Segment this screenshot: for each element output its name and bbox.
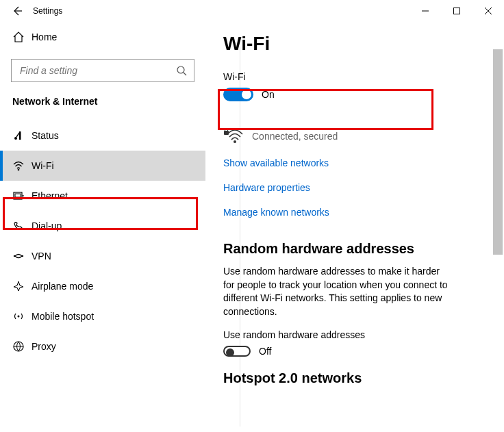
network-status: Connected, secured bbox=[252, 131, 338, 142]
svg-rect-6 bbox=[15, 194, 21, 197]
search-icon bbox=[176, 65, 187, 76]
sidebar-item-label: Wi-Fi bbox=[32, 160, 54, 171]
svg-point-8 bbox=[22, 255, 23, 257]
home-icon bbox=[12, 31, 32, 43]
sidebar-item-label: VPN bbox=[32, 251, 51, 262]
ethernet-icon bbox=[12, 190, 32, 202]
svg-point-11 bbox=[234, 140, 236, 143]
back-button[interactable] bbox=[7, 5, 27, 16]
random-hw-toggle-state: Off bbox=[259, 346, 271, 357]
svg-point-2 bbox=[14, 137, 17, 140]
home-button[interactable]: Home bbox=[0, 22, 205, 52]
wifi-secured-icon bbox=[223, 127, 244, 145]
sidebar-section-title: Network & Internet bbox=[0, 93, 205, 114]
vpn-icon bbox=[12, 250, 32, 262]
search-input[interactable] bbox=[18, 64, 176, 77]
link-manage-known-networks[interactable]: Manage known networks bbox=[223, 207, 329, 218]
sidebar-item-label: Status bbox=[32, 130, 59, 141]
sidebar-item-wifi[interactable]: Wi-Fi bbox=[0, 151, 205, 181]
scrollbar-thumb[interactable] bbox=[493, 49, 503, 255]
close-button[interactable] bbox=[473, 0, 504, 22]
search-box[interactable] bbox=[11, 59, 194, 82]
hotspot-heading: Hotspot 2.0 networks bbox=[223, 370, 490, 386]
sidebar-item-proxy[interactable]: Proxy bbox=[0, 331, 205, 361]
page-title: Wi-Fi bbox=[223, 33, 490, 55]
sidebar-item-label: Airplane mode bbox=[32, 281, 93, 292]
hotspot-icon bbox=[12, 310, 32, 322]
wifi-toggle[interactable] bbox=[223, 88, 253, 101]
svg-point-1 bbox=[177, 66, 184, 73]
sidebar-item-airplane[interactable]: Airplane mode bbox=[0, 271, 205, 301]
sidebar-item-label: Mobile hotspot bbox=[32, 311, 94, 322]
sidebar-item-hotspot[interactable]: Mobile hotspot bbox=[0, 301, 205, 331]
minimize-button[interactable] bbox=[410, 0, 441, 22]
svg-point-4 bbox=[18, 169, 20, 171]
svg-point-7 bbox=[14, 255, 15, 257]
sidebar-item-dialup[interactable]: Dial-up bbox=[0, 211, 205, 241]
wifi-toggle-label: Wi-Fi bbox=[223, 71, 490, 82]
window-title: Settings bbox=[27, 6, 62, 16]
link-hardware-properties[interactable]: Hardware properties bbox=[223, 182, 310, 193]
proxy-icon bbox=[12, 340, 32, 353]
scrollbar[interactable] bbox=[493, 49, 503, 428]
sidebar-item-label: Proxy bbox=[32, 341, 56, 352]
home-label: Home bbox=[32, 31, 57, 42]
status-icon bbox=[12, 129, 32, 142]
airplane-icon bbox=[12, 280, 32, 292]
wifi-toggle-state: On bbox=[262, 89, 275, 100]
sidebar-item-status[interactable]: Status bbox=[0, 120, 205, 151]
random-hw-toggle-label: Use random hardware addresses bbox=[223, 329, 490, 340]
sidebar-item-ethernet[interactable]: Ethernet bbox=[0, 181, 205, 211]
svg-point-9 bbox=[18, 316, 20, 318]
random-hw-toggle[interactable] bbox=[223, 346, 251, 357]
random-hw-body: Use random hardware addresses to make it… bbox=[223, 265, 449, 318]
sidebar-item-vpn[interactable]: VPN bbox=[0, 241, 205, 271]
svg-rect-0 bbox=[454, 8, 460, 14]
dialup-icon bbox=[12, 220, 32, 232]
svg-rect-12 bbox=[224, 131, 229, 135]
link-show-networks[interactable]: Show available networks bbox=[223, 157, 329, 168]
maximize-button[interactable] bbox=[441, 0, 473, 22]
sidebar-item-label: Ethernet bbox=[32, 190, 68, 201]
wifi-icon bbox=[12, 160, 32, 172]
sidebar-item-label: Dial-up bbox=[32, 220, 62, 231]
random-hw-heading: Random hardware addresses bbox=[223, 241, 490, 257]
